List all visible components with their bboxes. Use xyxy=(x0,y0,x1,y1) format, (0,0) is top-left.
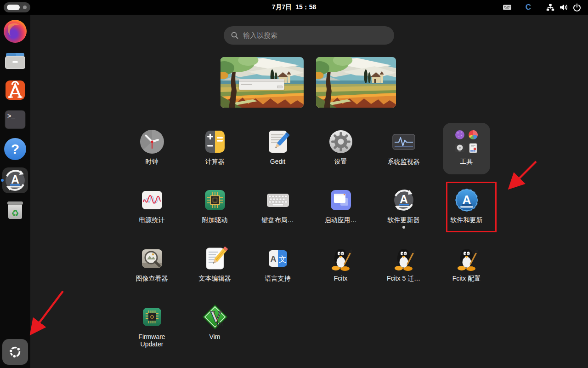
trash-icon: ♻ xyxy=(2,197,28,223)
terminal-icon: >_ xyxy=(2,107,28,132)
globe-mini-icon xyxy=(454,129,465,140)
top-panel: 7月7日 15：58 C xyxy=(0,0,588,15)
image-viewer-icon xyxy=(139,246,165,271)
dock-item-ubuntu-software[interactable] xyxy=(2,77,28,103)
language-support-icon: A文 xyxy=(265,246,291,271)
app-label: 计算器 xyxy=(205,158,225,165)
clock-menu[interactable]: 7月7日 15：58 xyxy=(0,0,588,15)
app-fcitx5-migration[interactable]: Fcitx 5 迁… xyxy=(372,240,435,298)
firefox-icon xyxy=(2,18,28,44)
ubuntu-software-icon xyxy=(2,77,28,103)
logs-mini-icon xyxy=(468,143,479,154)
keyboard-indicator-icon[interactable] xyxy=(503,3,512,12)
tools-folder-icon xyxy=(454,129,480,155)
keyboard-layout-icon xyxy=(265,187,291,213)
fcitx-penguin-icon xyxy=(328,246,354,271)
app-software-and-updates[interactable]: A 软件和更新 xyxy=(435,181,498,240)
dock-item-software-updater[interactable] xyxy=(2,167,28,193)
app-startup-applications[interactable]: 启动应用… xyxy=(309,181,372,240)
search-input[interactable]: 输入以搜索 xyxy=(224,26,394,45)
app-clock[interactable]: 时钟 xyxy=(120,123,183,181)
disks-mini-icon xyxy=(454,143,465,154)
power-statistics-icon xyxy=(139,187,165,213)
network-icon[interactable] xyxy=(546,3,555,12)
settings-gear-icon xyxy=(328,129,354,155)
dock-item-help[interactable]: ? xyxy=(2,136,28,162)
startup-applications-icon xyxy=(328,187,354,213)
app-fcitx-config[interactable]: Fcitx 配置 xyxy=(435,240,498,298)
app-text-editor[interactable]: 文本编辑器 xyxy=(183,240,246,298)
fcitx-penguin-icon xyxy=(391,246,417,271)
app-fcitx[interactable]: Fcitx xyxy=(309,240,372,298)
search-icon xyxy=(231,32,238,39)
app-vim[interactable]: Vim Vim xyxy=(183,298,246,356)
vim-icon: Vim xyxy=(202,304,228,330)
annotation-arrow-show-apps xyxy=(32,291,63,332)
app-system-monitor[interactable]: 系统监视器 xyxy=(372,123,435,181)
app-settings[interactable]: 设置 xyxy=(309,123,372,181)
app-label: Fcitx xyxy=(334,275,348,282)
fcitx-penguin-icon xyxy=(454,246,480,271)
app-firmware-updater[interactable]: Firmware Updater xyxy=(120,298,183,356)
system-monitor-icon xyxy=(391,129,417,155)
workspace-thumbnail-1[interactable] xyxy=(220,57,304,108)
app-grid: 时钟 计算器 Gedit 设置 系统监视器 工具 电源统计 附加驱动 xyxy=(120,123,498,356)
app-language-support[interactable]: A文 语言支持 xyxy=(246,240,309,298)
power-icon[interactable] xyxy=(572,3,582,12)
software-updater-icon xyxy=(2,167,28,193)
panel-date: 7月7日 xyxy=(272,3,292,12)
app-label: Gedit xyxy=(270,158,285,165)
pie-chart-mini-icon xyxy=(468,129,479,140)
svg-text:?: ? xyxy=(11,141,19,156)
app-label: 图像查看器 xyxy=(136,275,168,282)
firmware-updater-icon xyxy=(139,304,165,330)
app-label: 设置 xyxy=(334,158,347,165)
dock-item-terminal[interactable]: >_ xyxy=(2,107,28,132)
running-indicator-dot xyxy=(402,226,405,229)
app-label: Firmware Updater xyxy=(128,333,176,348)
app-label: Fcitx 5 迁… xyxy=(387,275,420,282)
search-placeholder: 输入以搜索 xyxy=(243,31,277,40)
app-keyboard-layout[interactable]: 键盘布局… xyxy=(246,181,309,240)
dock-item-files[interactable] xyxy=(2,48,28,74)
app-label: 系统监视器 xyxy=(388,158,420,165)
app-gedit[interactable]: Gedit xyxy=(246,123,309,181)
svg-text:A: A xyxy=(270,254,276,264)
dash-dock: >_ ? ♻ xyxy=(0,15,30,368)
svg-text:im: im xyxy=(216,320,224,327)
gedit-icon xyxy=(265,129,291,155)
app-power-statistics[interactable]: 电源统计 xyxy=(120,181,183,240)
app-label: 软件更新器 xyxy=(388,216,420,224)
app-label: 电源统计 xyxy=(139,216,165,224)
fcitx-input-indicator-icon[interactable]: C xyxy=(524,3,533,12)
svg-text:文: 文 xyxy=(278,254,286,264)
dock-item-firefox[interactable] xyxy=(2,18,28,44)
show-applications-button[interactable] xyxy=(2,339,28,365)
app-label: Fcitx 配置 xyxy=(452,275,481,282)
panel-time: 15：58 xyxy=(295,3,316,12)
ubuntu-logo-icon xyxy=(5,342,25,362)
running-indicator-dot xyxy=(1,179,4,182)
app-additional-drivers[interactable]: 附加驱动 xyxy=(183,181,246,240)
volume-icon[interactable] xyxy=(559,3,568,12)
annotation-arrow-software-and-updates xyxy=(511,161,536,187)
app-label: 软件和更新 xyxy=(451,216,483,224)
dock-item-trash[interactable]: ♻ xyxy=(2,197,28,223)
app-label: 文本编辑器 xyxy=(199,275,231,282)
app-label: Vim xyxy=(209,333,220,340)
text-editor-icon xyxy=(202,246,228,271)
help-icon: ? xyxy=(2,136,28,162)
app-calculator[interactable]: 计算器 xyxy=(183,123,246,181)
app-label: 时钟 xyxy=(146,158,158,165)
workspace1-window xyxy=(239,79,284,90)
app-label: 附加驱动 xyxy=(202,216,228,224)
svg-text:♻: ♻ xyxy=(11,208,19,218)
app-label: 键盘布局… xyxy=(262,216,294,224)
app-image-viewer[interactable]: 图像查看器 xyxy=(120,240,183,298)
workspace-thumbnail-2[interactable] xyxy=(316,57,396,108)
app-software-updater[interactable]: 软件更新器 xyxy=(372,181,435,240)
folder-label: 工具 xyxy=(460,158,473,165)
app-folder-tools[interactable]: 工具 xyxy=(435,123,498,181)
app-label: 语言支持 xyxy=(265,275,291,282)
additional-drivers-icon xyxy=(202,187,228,213)
